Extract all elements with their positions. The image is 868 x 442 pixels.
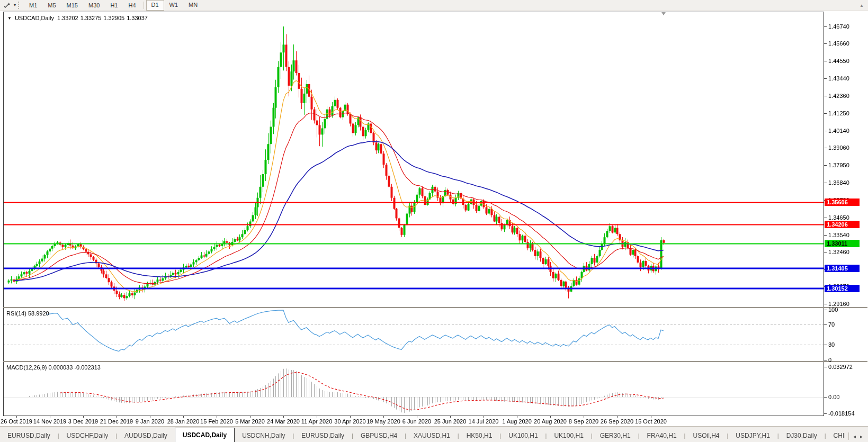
chart-window: ▼ USDCAD,Daily 1.33202 1.33275 1.32905 1… bbox=[3, 12, 867, 416]
axis-tick bbox=[824, 148, 827, 148]
rsi-axis-label: 30 bbox=[828, 341, 866, 348]
cursor-tool-button[interactable] bbox=[0, 1, 14, 10]
axis-tick bbox=[824, 96, 827, 96]
chart-tab-usdcad[interactable]: USDCAD,Daily bbox=[175, 428, 235, 442]
chart-tab-xauusd[interactable]: XAUUSD,H1 bbox=[406, 429, 458, 442]
axis-tick bbox=[450, 416, 451, 418]
toolbar-collapse-button[interactable]: ▲ bbox=[860, 3, 864, 8]
macd-label: MACD(12,26,9) 0.000033 -0.002313 bbox=[6, 364, 101, 371]
chart-tab-usoil[interactable]: USOil,H4 bbox=[685, 429, 727, 442]
price-axis-label: 1.36840 bbox=[828, 179, 866, 186]
axis-tick bbox=[824, 61, 827, 61]
chart-tab-gbpusd[interactable]: GBPUSD,H4 bbox=[353, 429, 405, 442]
date-axis-label: 26 Sep 2020 bbox=[601, 418, 633, 425]
hline-price-tag[interactable]: 1.30152 bbox=[825, 285, 860, 292]
timeframe-button-h4[interactable]: H4 bbox=[123, 1, 141, 10]
axis-tick bbox=[824, 345, 827, 345]
price-axis-label: 1.39060 bbox=[828, 145, 866, 151]
chart-tab-usdcnh[interactable]: USDCNH,Daily bbox=[235, 429, 292, 442]
price-axis-label: 1.43440 bbox=[828, 75, 866, 82]
macd-axis-label: 0.00 bbox=[828, 394, 866, 400]
timeframe-button-m30[interactable]: M30 bbox=[83, 1, 105, 10]
date-axis-label: 8 Sep 2020 bbox=[569, 418, 598, 425]
main-chart-canvas[interactable] bbox=[3, 12, 824, 307]
tab-list: EURUSD,Daily|USDCHF,Daily|AUDUSD,DailyUS… bbox=[0, 428, 845, 442]
timeframe-button-m15[interactable]: M15 bbox=[61, 1, 83, 10]
axis-tick bbox=[824, 397, 827, 398]
toolbar-grip[interactable] bbox=[18, 2, 22, 9]
date-axis-label: 3 Dec 2019 bbox=[68, 418, 98, 425]
timeframe-group: D1W1MN bbox=[146, 0, 203, 11]
tab-scroll-right-button[interactable]: ▸ bbox=[860, 434, 863, 439]
price-axis-label: 1.32460 bbox=[828, 249, 866, 255]
chart-tab-eurusd[interactable]: EURUSD,Daily bbox=[0, 429, 58, 442]
date-axis-label: 6 Jun 2020 bbox=[402, 418, 431, 425]
timeframe-button-mn[interactable]: MN bbox=[183, 0, 203, 10]
mt4-terminal: { "toolbar": { "timeframes": ["M1","M5",… bbox=[0, 0, 868, 442]
axis-tick bbox=[584, 416, 584, 418]
axis-tick bbox=[824, 235, 827, 236]
axis-tick bbox=[824, 367, 827, 367]
axis-tick bbox=[824, 131, 827, 131]
symbol-label: USDCAD,Daily bbox=[15, 15, 54, 21]
chart-tab-eurusd[interactable]: EURUSD,Daily bbox=[294, 429, 352, 442]
axis-tick bbox=[50, 416, 50, 418]
timeframe-button-h1[interactable]: H1 bbox=[105, 1, 123, 10]
chart-tab-hk50[interactable]: HK50,H1 bbox=[459, 429, 500, 442]
date-axis-label: 14 Jul 2020 bbox=[469, 418, 499, 425]
date-axis-label: 24 Mar 2020 bbox=[267, 418, 300, 425]
chevron-down-icon[interactable]: ▼ bbox=[7, 16, 12, 21]
chart-tab-fra40[interactable]: FRA40,H1 bbox=[640, 429, 684, 442]
tab-scroll-left-button[interactable]: ◂ bbox=[853, 434, 856, 439]
rsi-axis-label: 70 bbox=[828, 321, 866, 328]
timeframe-group: M1M5M15M30H1H4 bbox=[24, 1, 141, 10]
chart-tab-uk100[interactable]: UK100,H1 bbox=[501, 429, 545, 442]
chart-title: ▼ USDCAD,Daily 1.33202 1.33275 1.32905 1… bbox=[7, 15, 148, 21]
axis-tick bbox=[83, 416, 84, 418]
chart-tab-ger30[interactable]: GER30,H1 bbox=[593, 429, 638, 442]
hline-price-tag[interactable]: 1.35606 bbox=[825, 199, 860, 206]
rsi-indicator-canvas[interactable] bbox=[3, 308, 824, 361]
chart-tab-uk100[interactable]: UK100,H1 bbox=[547, 429, 590, 442]
price-axis-label: 1.37950 bbox=[828, 162, 866, 168]
chart-tab-usdjpy[interactable]: USDJPY,H1 bbox=[728, 429, 777, 442]
timeframe-button-m5[interactable]: M5 bbox=[42, 1, 61, 10]
timeframe-button-d1[interactable]: D1 bbox=[146, 0, 164, 11]
hline-price-tag[interactable]: 1.31405 bbox=[825, 265, 860, 272]
date-axis-label: 19 May 2020 bbox=[366, 418, 400, 425]
axis-tick bbox=[824, 113, 827, 114]
chart-shift-marker[interactable] bbox=[661, 12, 666, 15]
axis-tick bbox=[824, 310, 827, 310]
pane-splitter[interactable] bbox=[3, 361, 867, 362]
rsi-label: RSI(14) 58.9920 bbox=[6, 310, 49, 317]
axis-tick bbox=[824, 218, 827, 218]
axis-tick bbox=[550, 416, 551, 418]
axis-tick bbox=[350, 416, 351, 418]
chart-tab-china300[interactable]: CHINA300,H1 bbox=[826, 429, 845, 442]
axis-tick bbox=[217, 416, 217, 418]
chart-tab-audusd[interactable]: AUDUSD,Daily bbox=[117, 429, 175, 442]
chart-tab-usdchf[interactable]: USDCHF,Daily bbox=[59, 429, 116, 442]
rsi-axis-label: 100 bbox=[828, 306, 866, 313]
axis-tick bbox=[824, 252, 827, 252]
pane-splitter[interactable] bbox=[3, 307, 867, 308]
chevron-down-icon[interactable]: ▾ bbox=[14, 1, 16, 10]
date-axis-label: 11 Apr 2020 bbox=[301, 418, 333, 425]
hline-price-tag[interactable]: 1.34206 bbox=[825, 221, 860, 228]
axis-tick bbox=[517, 416, 517, 418]
chart-tab-dj30[interactable]: DJ30,Daily bbox=[779, 429, 825, 442]
hline-price-tag[interactable]: 1.33011 bbox=[825, 240, 860, 247]
macd-indicator-canvas[interactable] bbox=[3, 362, 824, 416]
toolbar-separator bbox=[144, 2, 144, 9]
axis-tick bbox=[484, 416, 484, 418]
price-axis-label: 1.42360 bbox=[828, 93, 866, 99]
low-value: 1.32905 bbox=[103, 15, 124, 21]
price-axis-label: 1.46740 bbox=[828, 23, 866, 30]
axis-tick bbox=[651, 416, 651, 418]
date-axis-label: 30 Apr 2020 bbox=[334, 418, 365, 425]
axis-tick bbox=[183, 416, 184, 418]
date-axis-label: 15 Feb 2020 bbox=[200, 418, 233, 425]
timeframe-button-m1[interactable]: M1 bbox=[24, 1, 42, 10]
timeframe-button-w1[interactable]: W1 bbox=[164, 0, 184, 10]
axis-tick bbox=[383, 416, 384, 418]
